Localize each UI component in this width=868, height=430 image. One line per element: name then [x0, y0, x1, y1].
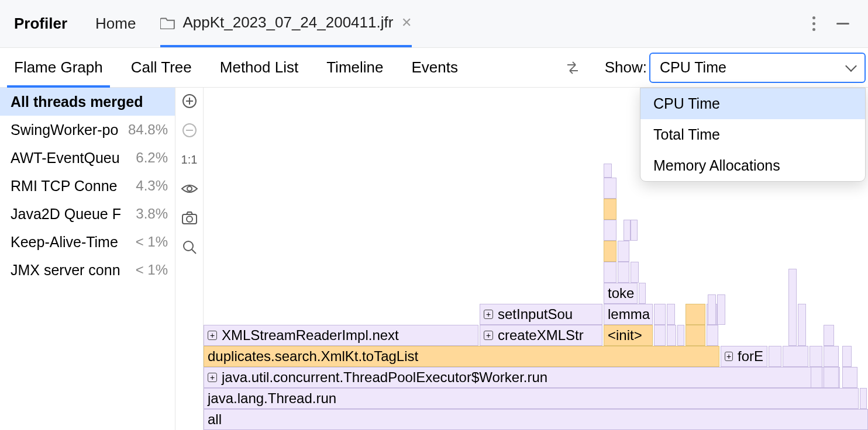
view-events[interactable]: Events — [411, 48, 458, 87]
show-dropdown: CPU Time Total Time Memory Allocations — [640, 88, 866, 182]
kebab-icon[interactable] — [812, 16, 815, 31]
flame-frame[interactable] — [769, 346, 781, 367]
flame-frame[interactable]: + java.util.concurrent.ThreadPoolExecuto… — [204, 367, 840, 388]
show-select[interactable]: CPU Time — [649, 53, 866, 83]
flame-frame[interactable] — [667, 325, 676, 346]
flame-frame[interactable] — [708, 294, 716, 325]
expand-icon: + — [484, 310, 493, 319]
view-timeline[interactable]: Timeline — [326, 48, 383, 87]
flame-frame[interactable] — [824, 346, 839, 367]
eye-icon[interactable] — [181, 180, 198, 197]
close-icon[interactable]: ✕ — [401, 15, 412, 30]
svg-point-5 — [184, 241, 193, 251]
flame-frame[interactable] — [842, 367, 857, 388]
view-flame-graph[interactable]: Flame Graph — [14, 48, 103, 87]
thread-row[interactable]: JMX server conn < 1% — [0, 256, 175, 284]
flame-frame[interactable] — [618, 262, 629, 283]
thread-row[interactable]: Java2D Queue F 3.8% — [0, 200, 175, 228]
thread-name: Keep-Alive-Time — [11, 234, 132, 251]
thread-pct: 4.3% — [136, 178, 168, 194]
thread-row[interactable]: AWT-EventQueu 6.2% — [0, 144, 175, 172]
minimize-icon[interactable] — [836, 23, 849, 25]
flame-frame[interactable] — [783, 346, 808, 367]
flame-frame[interactable] — [654, 325, 666, 346]
flame-frame[interactable] — [860, 388, 867, 409]
flame-frame[interactable] — [798, 304, 806, 346]
search-icon[interactable] — [181, 238, 198, 256]
flame-label: java.util.concurrent.ThreadPoolExecutor$… — [222, 369, 547, 386]
tool-column: 1:1 — [175, 88, 204, 430]
flame-frame[interactable] — [604, 164, 612, 178]
flame-frame[interactable] — [604, 241, 616, 262]
view-row: Flame Graph Call Tree Method List Timeli… — [0, 48, 868, 88]
flame-frame[interactable] — [604, 199, 616, 220]
flame-frame[interactable]: toke — [604, 283, 638, 304]
swap-icon[interactable] — [564, 59, 581, 77]
thread-pct: < 1% — [136, 262, 168, 278]
flame-frame[interactable] — [604, 178, 616, 199]
flame-frame[interactable] — [811, 367, 822, 388]
flame-frame[interactable] — [810, 346, 822, 367]
thread-row[interactable]: Keep-Alive-Time < 1% — [0, 228, 175, 256]
thread-row[interactable]: All threads merged — [0, 88, 175, 116]
thread-row[interactable]: RMI TCP Conne 4.3% — [0, 172, 175, 200]
flame-frame[interactable] — [604, 262, 616, 283]
flame-label: setInputSou — [498, 306, 573, 322]
expand-icon: + — [208, 331, 217, 340]
flame-frame[interactable] — [824, 325, 834, 346]
flame-frame[interactable] — [639, 283, 646, 304]
flame-frame[interactable] — [631, 262, 639, 283]
flame-frame[interactable]: all — [204, 409, 868, 430]
flame-frame[interactable] — [842, 346, 852, 367]
svg-point-4 — [187, 216, 192, 222]
zoom-in-icon[interactable] — [181, 92, 198, 110]
flame-frame[interactable]: <init> — [604, 325, 653, 346]
thread-name: RMI TCP Conne — [11, 178, 132, 195]
thread-pct: 6.2% — [136, 150, 168, 166]
thread-pct: 3.8% — [136, 206, 168, 222]
view-method-list[interactable]: Method List — [220, 48, 298, 87]
flame-frame[interactable] — [667, 304, 675, 325]
zoom-ratio[interactable]: 1:1 — [181, 151, 198, 168]
flame-frame[interactable] — [604, 220, 616, 241]
show-option-cpu[interactable]: CPU Time — [640, 88, 865, 119]
tab-home[interactable]: Home — [95, 0, 136, 47]
show-select-value: CPU Time — [660, 59, 726, 76]
tab-file[interactable]: AppKt_2023_07_24_200411.jfr ✕ — [160, 0, 412, 47]
flame-frame[interactable] — [707, 325, 718, 346]
zoom-out-icon[interactable] — [181, 122, 198, 139]
flame-frame[interactable] — [788, 269, 797, 346]
flame-frame[interactable]: + XMLStreamReaderImpl.next — [204, 325, 478, 346]
camera-icon[interactable] — [181, 209, 198, 227]
thread-pct: < 1% — [136, 234, 168, 250]
view-call-tree[interactable]: Call Tree — [131, 48, 192, 87]
flame-frame[interactable] — [686, 304, 705, 325]
show-option-total[interactable]: Total Time — [640, 119, 865, 150]
flame-frame[interactable] — [686, 325, 705, 346]
flame-frame[interactable]: lemma — [604, 304, 653, 325]
thread-row[interactable]: SwingWorker-po 84.8% — [0, 116, 175, 144]
flame-frame[interactable]: + createXMLStr — [480, 325, 602, 346]
thread-name: Java2D Queue F — [11, 206, 132, 223]
flame-frame[interactable]: + setInputSou — [480, 304, 602, 325]
thread-name: AWT-EventQueu — [11, 150, 132, 167]
flame-frame[interactable]: java.lang.Thread.run — [204, 388, 859, 409]
show-option-mem[interactable]: Memory Allocations — [640, 150, 865, 181]
flame-frame[interactable] — [631, 220, 638, 241]
flame-label: forE — [738, 348, 763, 365]
header-bar: Profiler Home AppKt_2023_07_24_200411.jf… — [0, 0, 868, 48]
flame-label: XMLStreamReaderImpl.next — [222, 327, 399, 344]
flame-label: createXMLStr — [498, 327, 584, 344]
flame-frame[interactable]: + forE — [721, 346, 767, 367]
thread-name: SwingWorker-po — [11, 122, 125, 138]
expand-icon: + — [725, 352, 733, 361]
flame-frame[interactable] — [618, 241, 629, 262]
flame-frame[interactable] — [677, 325, 684, 346]
flame-frame[interactable]: duplicates.search.XmlKt.toTagList — [204, 346, 719, 367]
flame-frame[interactable] — [717, 294, 725, 325]
expand-icon: + — [484, 331, 493, 340]
flame-frame[interactable] — [624, 220, 631, 241]
thread-list: All threads merged SwingWorker-po 84.8% … — [0, 88, 175, 430]
flame-frame[interactable] — [824, 367, 839, 388]
flame-frame[interactable] — [654, 304, 666, 325]
